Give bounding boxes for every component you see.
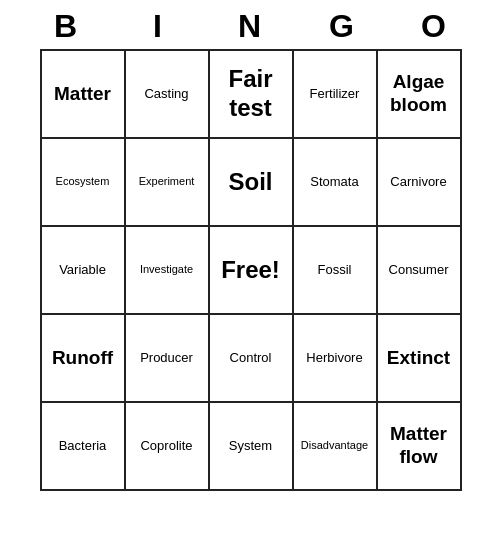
bingo-header: BINGO: [21, 0, 481, 49]
bingo-cell[interactable]: Fertilizer: [294, 51, 378, 139]
bingo-cell[interactable]: System: [210, 403, 294, 491]
bingo-cell[interactable]: Runoff: [42, 315, 126, 403]
bingo-cell[interactable]: Herbivore: [294, 315, 378, 403]
header-letter: B: [25, 8, 109, 45]
header-letter: O: [393, 8, 477, 45]
header-letter: I: [117, 8, 201, 45]
bingo-cell[interactable]: Fossil: [294, 227, 378, 315]
bingo-cell[interactable]: Soil: [210, 139, 294, 227]
bingo-cell[interactable]: Coprolite: [126, 403, 210, 491]
bingo-cell[interactable]: Casting: [126, 51, 210, 139]
bingo-cell[interactable]: Bacteria: [42, 403, 126, 491]
bingo-cell[interactable]: Stomata: [294, 139, 378, 227]
bingo-cell[interactable]: Disadvantage: [294, 403, 378, 491]
bingo-cell[interactable]: Variable: [42, 227, 126, 315]
bingo-cell[interactable]: Extinct: [378, 315, 462, 403]
bingo-cell[interactable]: Matter: [42, 51, 126, 139]
bingo-cell[interactable]: Control: [210, 315, 294, 403]
bingo-cell[interactable]: Carnivore: [378, 139, 462, 227]
header-letter: G: [301, 8, 385, 45]
header-letter: N: [209, 8, 293, 45]
bingo-grid: MatterCastingFair testFertilizerAlgae bl…: [40, 49, 462, 491]
bingo-cell[interactable]: Producer: [126, 315, 210, 403]
bingo-cell[interactable]: Matter flow: [378, 403, 462, 491]
bingo-cell[interactable]: Free!: [210, 227, 294, 315]
bingo-cell[interactable]: Algae bloom: [378, 51, 462, 139]
bingo-cell[interactable]: Ecosystem: [42, 139, 126, 227]
bingo-cell[interactable]: Fair test: [210, 51, 294, 139]
bingo-cell[interactable]: Experiment: [126, 139, 210, 227]
bingo-cell[interactable]: Investigate: [126, 227, 210, 315]
bingo-cell[interactable]: Consumer: [378, 227, 462, 315]
